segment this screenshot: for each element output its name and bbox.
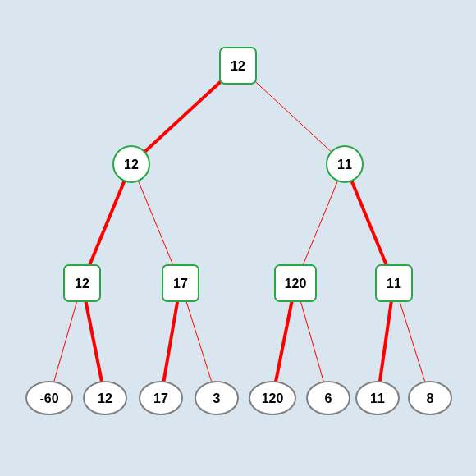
l2-0-label: 12 xyxy=(75,277,89,291)
minimax-tree-svg: 12 12 11 12 17 120 11 -60 12 17 3 xyxy=(0,0,476,476)
l1-0-label: 12 xyxy=(124,158,139,172)
leaf-node-6: 11 xyxy=(356,382,399,414)
leaf-3-label: 3 xyxy=(213,391,221,405)
leaf-node-4: 120 xyxy=(249,382,295,414)
l2-node-0: 12 xyxy=(64,265,100,301)
l2-node-2: 120 xyxy=(275,265,316,301)
leaf-4-label: 120 xyxy=(262,391,284,405)
l2-node-1: 17 xyxy=(162,265,199,301)
leaf-node-5: 6 xyxy=(307,382,350,414)
root-label: 12 xyxy=(231,59,245,73)
leaf-5-label: 6 xyxy=(325,391,332,405)
l2-2-label: 120 xyxy=(285,277,307,291)
root-node: 12 xyxy=(220,48,256,84)
l2-3-label: 11 xyxy=(387,277,401,291)
l2-node-3: 11 xyxy=(376,265,412,301)
leaf-1-label: 12 xyxy=(98,391,112,405)
l1-node-1: 11 xyxy=(327,146,363,182)
l2-1-label: 17 xyxy=(173,277,188,291)
leaf-node-1: 12 xyxy=(84,382,126,414)
l1-1-label: 11 xyxy=(337,158,352,172)
leaf-node-7: 8 xyxy=(409,382,451,414)
leaf-node-2: 17 xyxy=(140,382,182,414)
leaf-7-label: 8 xyxy=(427,391,434,405)
l1-node-0: 12 xyxy=(113,146,149,182)
leaf-0-label: -60 xyxy=(39,391,58,405)
leaf-6-label: 11 xyxy=(370,391,385,405)
leaf-node-0: -60 xyxy=(26,382,72,414)
leaf-node-3: 3 xyxy=(195,382,238,414)
leaf-2-label: 17 xyxy=(153,391,168,405)
